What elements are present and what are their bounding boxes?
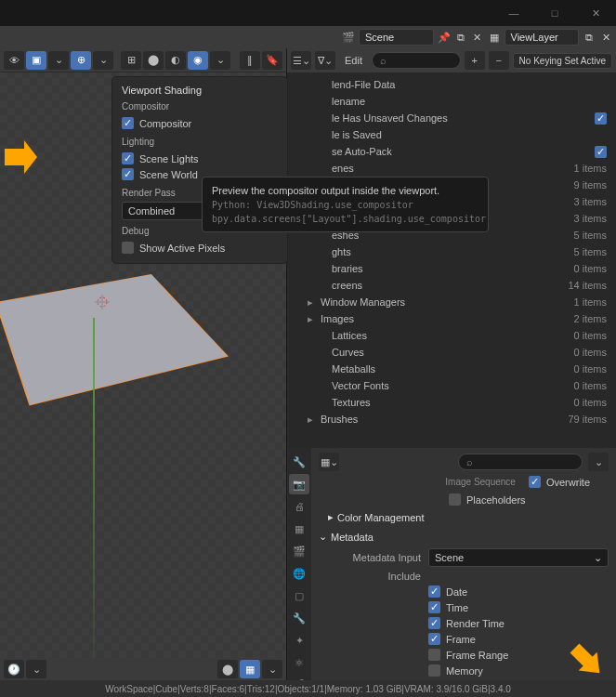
autokey-icon[interactable]: ⬤: [217, 660, 238, 678]
scene-name: Scene: [365, 32, 394, 43]
viewlayer-tab-icon[interactable]: ▦: [289, 519, 309, 539]
render-tab-icon[interactable]: 📷: [289, 474, 309, 494]
outliner-search[interactable]: ⌕: [372, 52, 461, 69]
minimize-button[interactable]: —: [493, 0, 534, 26]
metadata-input-dropdown[interactable]: Scene ⌄: [428, 548, 609, 567]
copy-layer-icon[interactable]: ⧉: [583, 31, 596, 44]
world-tab-icon[interactable]: 🌐: [289, 563, 309, 584]
pause-icon[interactable]: ‖: [240, 51, 260, 70]
viewport-header: 👁 ▣ ⌄ ⊕ ⌄ ⊞ ⬤ ◐ ◉ ⌄ ‖ 🔖: [0, 48, 286, 72]
status-vram: VRAM: 3.9/16.0 GiB: [404, 684, 488, 694]
include-label: Include: [319, 571, 421, 582]
add-keying-button[interactable]: +: [465, 51, 485, 70]
include-time[interactable]: ✓Time: [428, 599, 609, 615]
gizmo-dropdown[interactable]: ⌄: [48, 51, 69, 70]
object-tab-icon[interactable]: ▢: [289, 585, 309, 606]
status-verts: Verts:8: [180, 684, 209, 694]
scene-tab-icon[interactable]: 🎬: [289, 541, 309, 561]
outliner-row[interactable]: Curves0 items: [287, 344, 616, 361]
remove-keying-button[interactable]: −: [489, 51, 509, 70]
visibility-icon[interactable]: 👁: [4, 51, 24, 70]
outliner-row[interactable]: ▸Brushes79 items: [287, 411, 616, 427]
3d-viewport[interactable]: 👁 ▣ ⌄ ⊕ ⌄ ⊞ ⬤ ◐ ◉ ⌄ ‖ 🔖 Viewport Shading…: [0, 48, 286, 680]
outliner-row[interactable]: Vector Fonts0 items: [287, 377, 616, 394]
metadata-panel[interactable]: ⌄ Metadata: [319, 527, 609, 546]
timeline-header: 🕐 ⌄ ⬤ ▦ ⌄: [0, 658, 286, 680]
outliner-row[interactable]: braries0 items: [287, 260, 616, 277]
placeholders-checkbox[interactable]: Placeholders: [449, 492, 609, 507]
search-icon: ⌕: [380, 55, 387, 66]
outliner-row[interactable]: ghts5 items: [287, 243, 616, 260]
shading-dropdown[interactable]: ⌄: [210, 51, 230, 70]
physics-tab-icon[interactable]: ⚛: [289, 652, 309, 673]
compositor-section-label: Compositor: [122, 101, 278, 112]
outliner-mode-label: Edit: [339, 55, 368, 66]
tri-right-icon: ▸: [328, 511, 334, 523]
status-object: Cube: [155, 684, 177, 694]
status-objects: Objects:1/1: [278, 684, 325, 694]
wireframe-shading-icon[interactable]: ⊞: [121, 51, 141, 70]
outliner-filter-icon[interactable]: ∇⌄: [315, 51, 335, 70]
pin-icon[interactable]: 📌: [438, 31, 451, 44]
viewlayer-selector[interactable]: ViewLayer: [505, 29, 580, 46]
scene-lights-checkbox[interactable]: ✓ Scene Lights: [122, 151, 278, 166]
checkbox-off-icon: [449, 493, 461, 506]
outliner-row[interactable]: lend-File Data: [287, 76, 616, 93]
overwrite-checkbox[interactable]: ✓Overwrite: [529, 474, 590, 490]
tooltip-python1: Python: View3DShading.use_compositor: [212, 200, 478, 210]
outliner-row[interactable]: Metaballs0 items: [287, 361, 616, 377]
include-date[interactable]: ✓Date: [428, 584, 609, 599]
tooltip-text: Preview the compositor output inside the…: [212, 185, 478, 196]
outliner-row[interactable]: creens14 items: [287, 277, 616, 294]
show-active-pixels-checkbox[interactable]: Show Active Pixels: [122, 240, 278, 256]
copy-icon[interactable]: ⧉: [454, 31, 467, 44]
outliner-row[interactable]: Textures0 items: [287, 394, 616, 411]
select-mode-icon[interactable]: ▣: [26, 51, 46, 70]
playback-dropdown[interactable]: ⌄: [26, 660, 46, 678]
outliner-row[interactable]: Lattices0 items: [287, 327, 616, 344]
checkbox-on-icon: ✓: [122, 152, 134, 164]
color-management-panel[interactable]: ▸ Color Management: [328, 507, 609, 527]
overlay-dropdown[interactable]: ⌄: [93, 51, 113, 70]
solid-shading-icon[interactable]: ⬤: [143, 51, 164, 70]
statusbar: WorkSpace | Cube | Verts:8 | Faces:6 | T…: [0, 680, 616, 697]
editor-type-icon[interactable]: 🕐: [4, 660, 24, 678]
include-frame[interactable]: ✓Frame: [428, 631, 609, 647]
delete-layer-icon[interactable]: ✕: [599, 31, 612, 44]
outliner-row[interactable]: se Auto-Pack✓: [287, 143, 616, 160]
outliner-row[interactable]: le is Saved: [287, 126, 616, 143]
outliner-display-mode[interactable]: ☰⌄: [291, 51, 311, 70]
close-button[interactable]: ✕: [575, 0, 616, 26]
keying-dropdown[interactable]: ▦: [240, 660, 260, 678]
scene-selector[interactable]: Scene: [359, 29, 434, 46]
bookmark-icon[interactable]: 🔖: [262, 51, 282, 70]
delete-scene-icon[interactable]: ✕: [471, 31, 484, 44]
checkbox-on-icon: ✓: [122, 117, 134, 129]
outliner-row[interactable]: enes1 items: [287, 160, 616, 177]
outliner-row[interactable]: le Has Unsaved Changes✓: [287, 110, 616, 126]
overlay-icon[interactable]: ⊕: [71, 51, 91, 70]
include-render-time[interactable]: ✓Render Time: [428, 615, 609, 631]
tool-tab-icon[interactable]: 🔧: [289, 452, 309, 472]
outliner-row[interactable]: lename: [287, 93, 616, 110]
mesh-cube[interactable]: [0, 274, 229, 406]
checkbox-off-icon: [428, 664, 440, 677]
output-tab-icon[interactable]: 🖨: [289, 496, 309, 517]
modifier-tab-icon[interactable]: 🔧: [289, 608, 309, 628]
outliner-row[interactable]: ▸Window Managers1 items: [287, 294, 616, 310]
particles-tab-icon[interactable]: ✦: [289, 630, 309, 651]
3d-cursor[interactable]: [93, 293, 111, 311]
chevron-down-icon: ⌄: [594, 552, 602, 564]
props-display-icon[interactable]: ▦⌄: [319, 453, 339, 471]
props-search[interactable]: ⌕: [458, 454, 583, 470]
props-options-icon[interactable]: ⌄: [588, 453, 609, 471]
rendered-shading-icon[interactable]: ◉: [188, 51, 208, 70]
maximize-button[interactable]: □: [534, 0, 575, 26]
matpreview-shading-icon[interactable]: ◐: [165, 51, 186, 70]
outliner-row[interactable]: ▸Images2 items: [287, 310, 616, 327]
keying-set-selector[interactable]: No Keying Set Active: [513, 53, 612, 69]
outliner-tree[interactable]: lend-File Datalenamele Has Unsaved Chang…: [287, 72, 616, 431]
keying-chevron[interactable]: ⌄: [262, 660, 282, 678]
compositor-checkbox-row[interactable]: ✓ Compositor: [122, 115, 278, 131]
window-titlebar: — □ ✕: [0, 0, 616, 26]
